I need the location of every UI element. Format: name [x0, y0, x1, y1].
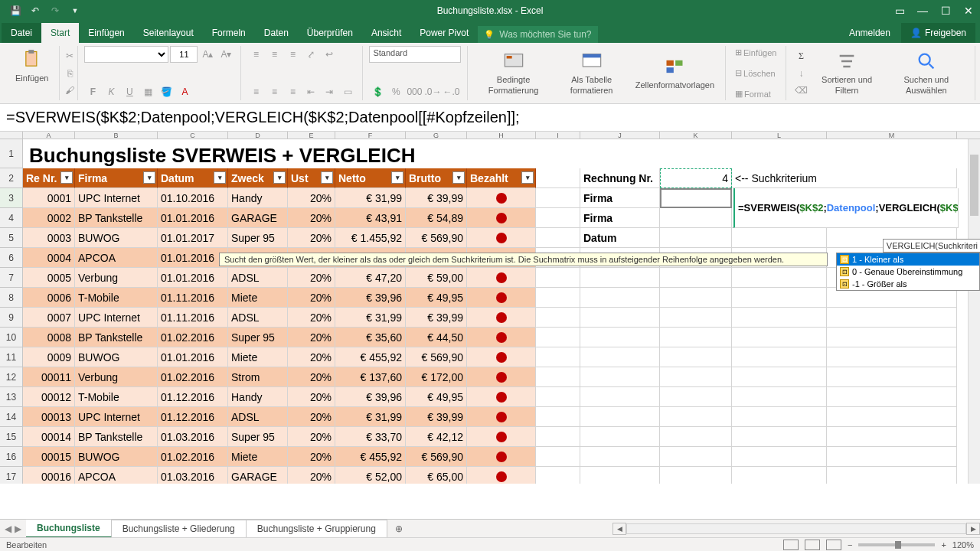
align-bottom-icon[interactable]: ≡	[284, 46, 301, 63]
sheet-tab-active[interactable]: Buchungsliste	[26, 519, 112, 538]
decrease-font-icon[interactable]: A▾	[217, 46, 234, 63]
column-headers[interactable]: AB CD EF GH IJ KL M	[0, 132, 980, 139]
filter-icon[interactable]: ▾	[521, 171, 534, 184]
title-cell[interactable]: Buchungsliste SVERWEIS + VERGLEICH	[23, 139, 536, 168]
cut-icon[interactable]: ✂	[61, 47, 78, 64]
cell-styles-button[interactable]: Zellenformatvorlagen	[631, 53, 719, 93]
font-color-icon[interactable]: A	[176, 83, 193, 100]
decrease-indent-icon[interactable]: ⇤	[302, 83, 319, 100]
wrap-text-icon[interactable]: ↩	[321, 46, 338, 63]
delete-cells-button[interactable]: ⊟ Löschen	[732, 67, 779, 80]
table-row[interactable]: 8 0006 T-Mobile 01.11.2016 Miete 20% € 3…	[0, 288, 980, 308]
merge-icon[interactable]: ▭	[339, 83, 356, 100]
sort-filter-button[interactable]: Sortieren und Filtern	[809, 47, 884, 98]
clear-icon[interactable]: ⌫	[792, 82, 809, 99]
lookup-label[interactable]: Firma	[580, 208, 660, 228]
filter-icon[interactable]: ▾	[321, 171, 333, 184]
border-icon[interactable]: ▦	[139, 83, 156, 100]
undo-icon[interactable]: ↶	[26, 2, 44, 20]
table-row[interactable]: 16 00015 BUWOG 01.02.2016 Miete 20% € 45…	[0, 447, 980, 467]
tab-file[interactable]: Datei	[2, 23, 41, 43]
align-right-icon[interactable]: ≡	[284, 83, 301, 100]
table-row[interactable]: 12 00011 Verbung 01.02.2016 Strom 20% € …	[0, 367, 980, 387]
format-painter-icon[interactable]: 🖌	[61, 82, 78, 99]
page-layout-view-icon[interactable]	[805, 540, 820, 550]
zoom-in-icon[interactable]: +	[941, 540, 946, 549]
zoom-level[interactable]: 120%	[952, 540, 974, 549]
horizontal-scrollbar[interactable]: ◀▶	[612, 522, 980, 536]
save-icon[interactable]: 💾	[6, 2, 24, 20]
zoom-slider[interactable]	[858, 543, 935, 546]
sheet-nav-prev-icon[interactable]: ◀	[5, 523, 11, 534]
filter-icon[interactable]: ▾	[273, 171, 286, 184]
percent-icon[interactable]: %	[387, 83, 404, 100]
fill-color-icon[interactable]: 🪣	[158, 83, 175, 100]
tab-layout[interactable]: Seitenlayout	[134, 23, 203, 43]
formula-text[interactable]: =SVERWEIS($K$2;Datenpool;VERGLEICH($K$2;…	[6, 109, 520, 126]
table-row[interactable]: 15 00014 BP Tankstelle 01.03.2016 Super …	[0, 427, 980, 447]
table-row[interactable]: 11 0009 BUWOG 01.01.2016 Miete 20% € 455…	[0, 347, 980, 367]
autocomplete-option[interactable]: ⊡1 - Kleiner als	[837, 253, 979, 266]
normal-view-icon[interactable]	[783, 540, 799, 550]
maximize-icon[interactable]: ☐	[934, 0, 957, 21]
table-row[interactable]: 14 00013 UPC Internet 01.12.2016 ADSL 20…	[0, 407, 980, 427]
italic-icon[interactable]: K	[103, 83, 119, 100]
ribbon-options-icon[interactable]: ▭	[888, 0, 911, 21]
lookup-label[interactable]: Firma	[580, 188, 660, 208]
table-row[interactable]: 17 00016 APCOA 01.03.2016 GARAGE 20% € 5…	[0, 467, 980, 484]
lookup-hint[interactable]: <-- Suchkriterium	[732, 168, 957, 188]
decrease-decimal-icon[interactable]: ←.0	[443, 83, 459, 100]
tab-review[interactable]: Überprüfen	[298, 23, 362, 43]
insert-cells-button[interactable]: ⊞ Einfügen	[732, 46, 779, 59]
table-row[interactable]: 7 0005 Verbung 01.01.2016 ADSL 20% € 47,…	[0, 268, 980, 288]
fill-icon[interactable]: ↓	[792, 65, 809, 82]
align-middle-icon[interactable]: ≡	[266, 46, 283, 63]
conditional-formatting-button[interactable]: Bedingte Formatierung	[474, 47, 552, 98]
tab-formulas[interactable]: Formeln	[203, 23, 255, 43]
increase-font-icon[interactable]: A▴	[199, 46, 216, 63]
row-2[interactable]: 2 Re Nr.▾ Firma▾ Datum▾ Zweck▾ Ust▾ Nett…	[0, 168, 980, 188]
formula-bar[interactable]: =SVERWEIS($K$2;Datenpool;VERGLEICH($K$2;…	[0, 104, 980, 132]
table-row[interactable]: 5 0003 BUWOG 01.01.2017 Super 95 20% € 1…	[0, 228, 980, 248]
lookup-value-re[interactable]: 4	[660, 168, 732, 188]
bold-icon[interactable]: F	[84, 83, 101, 100]
underline-icon[interactable]: U	[121, 83, 138, 100]
increase-decimal-icon[interactable]: .0→	[424, 83, 441, 100]
worksheet[interactable]: AB CD EF GH IJ KL M 1 Buchungsliste SVER…	[0, 132, 980, 484]
comma-icon[interactable]: 000	[406, 83, 423, 100]
table-row[interactable]: 9 0007 UPC Internet 01.11.2016 ADSL 20% …	[0, 308, 980, 328]
autocomplete-option[interactable]: ⊡0 - Genaue Übereinstimmung	[837, 266, 979, 278]
tab-powerpivot[interactable]: Power Pivot	[410, 23, 478, 43]
close-icon[interactable]: ✕	[957, 0, 980, 21]
filter-icon[interactable]: ▾	[391, 171, 403, 184]
share-button[interactable]: 👤Freigeben	[901, 23, 975, 43]
vertical-scrollbar[interactable]	[968, 139, 980, 484]
currency-icon[interactable]: 💲	[369, 83, 386, 100]
filter-icon[interactable]: ▾	[214, 171, 226, 184]
format-cells-button[interactable]: ▦ Format	[732, 87, 779, 100]
tab-insert[interactable]: Einfügen	[79, 23, 133, 43]
find-select-button[interactable]: Suchen und Auswählen	[884, 47, 969, 98]
add-sheet-icon[interactable]: ⊕	[387, 520, 410, 537]
redo-icon[interactable]: ↷	[46, 2, 64, 20]
align-left-icon[interactable]: ≡	[247, 83, 264, 100]
number-format-select[interactable]: Standard	[369, 46, 461, 63]
row-1[interactable]: 1 Buchungsliste SVERWEIS + VERGLEICH	[0, 139, 980, 168]
autocomplete-dropdown[interactable]: ⊡1 - Kleiner als ⊡0 - Genaue Übereinstim…	[836, 253, 980, 291]
orientation-icon[interactable]: ⤤	[302, 46, 319, 63]
table-row[interactable]: 13 00012 T-Mobile 01.12.2016 Handy 20% €…	[0, 387, 980, 407]
qat-customize-icon[interactable]: ▼	[66, 2, 84, 20]
font-size-input[interactable]	[170, 46, 198, 63]
page-break-view-icon[interactable]	[826, 540, 841, 550]
tab-view[interactable]: Ansicht	[362, 23, 410, 43]
copy-icon[interactable]: ⎘	[61, 65, 78, 82]
tell-me-box[interactable]: Was möchten Sie tun?	[478, 26, 597, 43]
autocomplete-option[interactable]: ⊡-1 - Größer als	[837, 278, 979, 290]
lookup-label[interactable]: Datum	[580, 228, 660, 248]
sign-in-link[interactable]: Anmelden	[841, 24, 898, 41]
format-as-table-button[interactable]: Als Tabelle formatieren	[553, 47, 631, 98]
zoom-out-icon[interactable]: −	[848, 540, 852, 549]
tab-home[interactable]: Start	[41, 23, 79, 43]
table-row[interactable]: 3 0001 UPC Internet 01.10.2016 Handy 20%…	[0, 188, 980, 208]
align-top-icon[interactable]: ≡	[247, 46, 264, 63]
